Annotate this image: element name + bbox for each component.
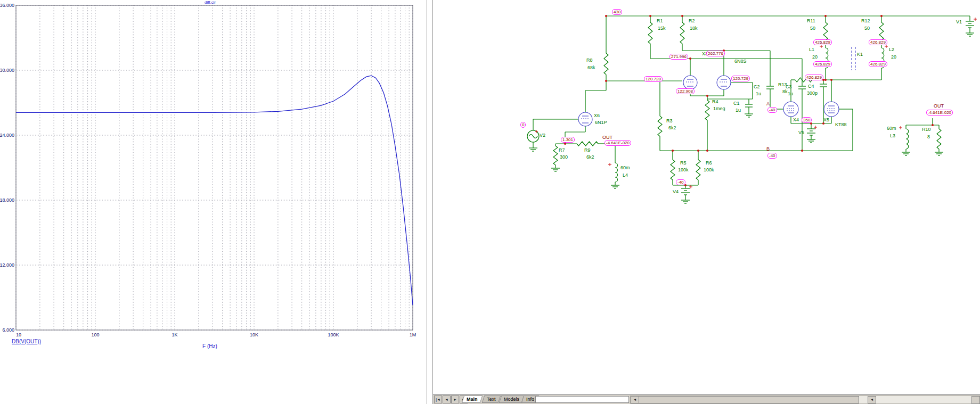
tab-models[interactable]: Models: [500, 395, 523, 403]
component-label-k1[interactable]: K1: [857, 52, 863, 57]
tab-text[interactable]: Text: [483, 395, 500, 403]
component-value-l2[interactable]: 20: [891, 54, 896, 60]
node-label-a[interactable]: A: [766, 101, 770, 106]
component-value-c1[interactable]: 1u: [736, 108, 741, 113]
component-part-6n8s[interactable]: 6N8S: [734, 59, 747, 64]
node-voltage-badge[interactable]: 430: [612, 9, 622, 15]
component-value-l3[interactable]: 60m: [887, 126, 896, 131]
component-value-c4[interactable]: 300p: [807, 90, 818, 96]
node-label-out-right[interactable]: OUT: [934, 103, 944, 109]
svg-text:18.000: 18.000: [0, 197, 14, 203]
component-value-r3[interactable]: 6k2: [668, 125, 676, 130]
component-label-r8[interactable]: R8: [586, 57, 593, 63]
component-value-r9[interactable]: 6k2: [586, 154, 594, 160]
scroll-left-button[interactable]: ◄: [631, 396, 639, 403]
component-label-r4[interactable]: R4: [712, 99, 718, 104]
node-voltage-badge[interactable]: -4.641E-020: [605, 140, 631, 146]
component-label-r3[interactable]: R3: [666, 118, 673, 123]
component-value-r1[interactable]: 15k: [658, 26, 666, 31]
trace-legend[interactable]: DB(V(OUT)): [12, 339, 41, 344]
component-label-x4[interactable]: X4: [793, 117, 799, 122]
component-label-r11[interactable]: R11: [807, 18, 815, 23]
component-value-r12[interactable]: 50: [864, 26, 870, 31]
component-value-l1[interactable]: 20: [812, 54, 818, 60]
scroll-right-button[interactable]: ◄: [868, 396, 876, 403]
component-value-r13[interactable]: 8k: [782, 89, 788, 94]
component-label-r1[interactable]: R1: [657, 18, 663, 23]
svg-text:36.000: 36.000: [0, 3, 14, 8]
bode-plot-svg: 36.00030.00024.00018.00012.0006.00010100…: [0, 0, 426, 339]
schematic-canvas[interactable]: [433, 0, 980, 394]
component-label-l4[interactable]: L4: [623, 172, 628, 178]
component-value-c3[interactable]: 1u: [788, 91, 793, 96]
svg-text:6.000: 6.000: [2, 327, 14, 333]
component-label-r2[interactable]: R2: [689, 18, 695, 23]
node-voltage-badge[interactable]: 122.908: [676, 88, 695, 94]
schematic-tab-bar: |◄◄►►| Main Text Models Info ◄ ◄: [433, 394, 980, 404]
component-label-c2[interactable]: C2: [754, 84, 760, 89]
component-value-l4[interactable]: 60m: [620, 165, 630, 170]
node-voltage-badge[interactable]: 426.829: [869, 61, 887, 67]
component-label-v2[interactable]: V2: [540, 133, 545, 138]
node-voltage-badge[interactable]: -4.641E-020: [926, 110, 953, 116]
component-value-r8[interactable]: 68k: [587, 65, 595, 70]
component-label-r6[interactable]: R6: [706, 160, 712, 166]
component-label-x5[interactable]: X5: [823, 117, 829, 122]
component-value-r10[interactable]: 8: [927, 134, 930, 139]
component-label-r13[interactable]: R13: [778, 82, 787, 87]
tab-main[interactable]: Main: [463, 395, 481, 403]
node-voltage-badge[interactable]: 350: [802, 117, 812, 123]
horizontal-scrollbar[interactable]: ◄ ◄: [630, 395, 980, 404]
component-label-r9[interactable]: R9: [584, 147, 591, 153]
component-label-r12[interactable]: R12: [861, 18, 870, 23]
component-label-c4[interactable]: C4: [808, 84, 814, 89]
polarity-marks: [535, 18, 977, 188]
size-grip: [971, 396, 980, 404]
node-label-b[interactable]: B: [766, 146, 770, 152]
node-voltage-badge[interactable]: -40: [767, 107, 777, 113]
node-voltage-badge[interactable]: -40: [676, 179, 685, 185]
component-label-r10[interactable]: R10: [922, 127, 931, 132]
component-label-l3[interactable]: L3: [890, 133, 895, 138]
component-label-v4[interactable]: V4: [673, 189, 679, 194]
component-label-l1[interactable]: L1: [809, 47, 814, 52]
component-value-r6[interactable]: 100k: [704, 167, 714, 172]
page-search-field[interactable]: [535, 396, 629, 403]
node-voltage-badge[interactable]: 426.829: [869, 39, 887, 45]
node-voltage-badge[interactable]: 426.829: [813, 61, 832, 67]
component-part-kt88[interactable]: KT88: [835, 122, 847, 127]
component-value-r4[interactable]: 1meg: [713, 106, 725, 111]
component-label-v1[interactable]: V1: [956, 19, 962, 24]
component-value-r7[interactable]: 300: [560, 154, 568, 160]
node-voltage-badge[interactable]: 120.729: [731, 76, 750, 81]
component-label-r7[interactable]: R7: [559, 147, 565, 153]
window-divider[interactable]: [427, 0, 433, 404]
node-label-out-left[interactable]: OUT: [602, 135, 612, 140]
component-value-r11[interactable]: 50: [810, 26, 815, 31]
component-label-l2[interactable]: L2: [889, 47, 894, 52]
next-page-button[interactable]: ►: [451, 395, 459, 403]
svg-text:10K: 10K: [250, 332, 258, 337]
node-voltage-badge[interactable]: 262.776: [706, 51, 725, 56]
component-label-c1[interactable]: C1: [733, 101, 740, 106]
svg-text:24.000: 24.000: [0, 133, 14, 138]
node-voltage-badge[interactable]: -40: [767, 153, 777, 159]
svg-text:10: 10: [16, 332, 21, 337]
node-voltage-badge[interactable]: 426.829: [805, 75, 823, 80]
component-value-r5[interactable]: 100k: [678, 167, 689, 172]
scrollbar-thumb[interactable]: [639, 396, 859, 403]
node-voltage-badge[interactable]: 1.301: [561, 137, 575, 143]
node-voltage-badge[interactable]: 120.728: [644, 76, 663, 82]
component-value-c2[interactable]: 1u: [756, 91, 761, 96]
component-part-6n1p[interactable]: 6N1P: [595, 120, 607, 125]
component-label-x6[interactable]: X6: [594, 113, 600, 118]
component-label-r5[interactable]: R5: [680, 160, 687, 166]
node-voltage-badge[interactable]: 271.996: [669, 54, 688, 60]
schematic-panel: 430 R1 15k R2 18k R11 50 R12 50 V1 426.8…: [433, 0, 980, 404]
prev-page-button[interactable]: ◄: [443, 395, 451, 403]
svg-text:1M: 1M: [410, 332, 416, 337]
node-voltage-badge[interactable]: 426.829: [813, 39, 832, 45]
first-page-button[interactable]: |◄: [434, 395, 442, 403]
component-label-v5[interactable]: V5: [798, 130, 804, 135]
component-value-r2[interactable]: 18k: [690, 26, 698, 31]
